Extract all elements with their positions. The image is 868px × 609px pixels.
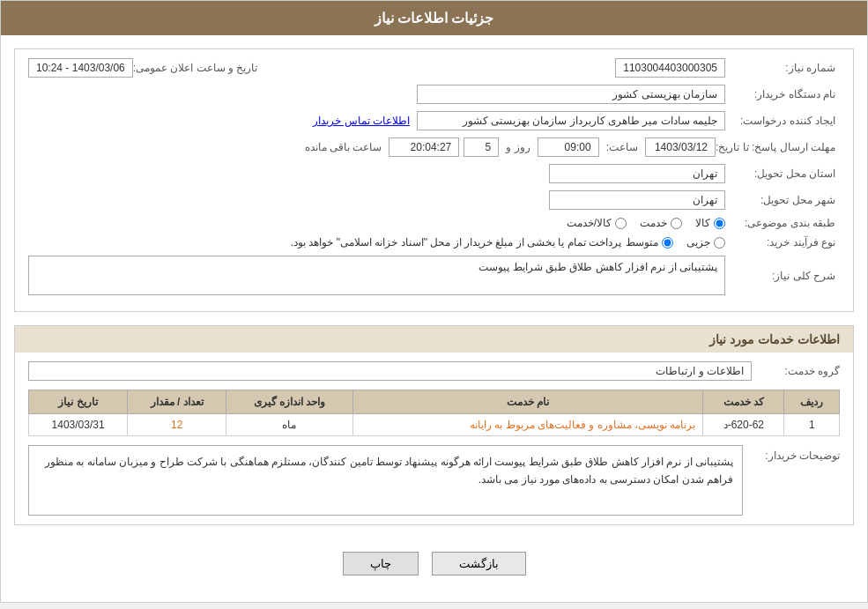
cell-unit: ماه (226, 414, 353, 436)
group-value: اطلاعات و ارتباطات (28, 361, 752, 381)
deadline-label: مهلت ارسال پاسخ: تا تاریخ: (716, 141, 840, 153)
purchase-type-radio-group: جزیی متوسط (626, 236, 725, 249)
cell-row: 1 (784, 414, 840, 436)
need-number-label: شماره نیاز: (725, 62, 840, 74)
service-content: گروه خدمت: اطلاعات و ارتباطات ردیف کد خد… (15, 353, 853, 524)
purchase-type-note: پرداخت تمام یا بخشی از مبلغ خریدار از مح… (291, 236, 621, 249)
row-city: شهر محل تحویل: تهران (28, 190, 840, 210)
announcement-date-label: تاریخ و ساعت اعلان عمومی: (133, 62, 263, 74)
services-table: ردیف کد خدمت نام خدمت واحد اندازه گیری ت… (28, 390, 840, 436)
table-header-row: ردیف کد خدمت نام خدمت واحد اندازه گیری ت… (29, 390, 840, 414)
buyer-notes-value: پشتیبانی از نرم افزار کاهش طلاق طبق شرای… (28, 445, 743, 516)
category-option-kala[interactable]: کالا (695, 217, 725, 229)
city-value: تهران (549, 190, 725, 210)
purchase-type-jozi[interactable]: جزیی (686, 236, 725, 249)
cell-count: 12 (128, 414, 226, 436)
buyer-org-value: سازمان بهزیستی کشور (417, 85, 725, 104)
category-kala-label: کالا (695, 217, 710, 229)
row-buyer-org: نام دستگاه خریدار: سازمان بهزیستی کشور (28, 85, 840, 104)
buttons-row: بازگشت چاپ (14, 538, 854, 589)
remaining-label: ساعت باقی مانده (305, 141, 382, 153)
row-province: استان محل تحویل: تهران (28, 164, 840, 183)
category-radio-group: کالا خدمت کالا/خدمت (567, 217, 725, 229)
creator-label: ایجاد کننده درخواست: (725, 115, 840, 127)
purchase-type-label: نوع فرآیند خرید: (725, 236, 840, 249)
buyer-notes-label: توضیحات خریدار: (752, 445, 840, 462)
services-header: اطلاعات خدمات مورد نیاز (15, 326, 853, 353)
province-label: استان محل تحویل: (725, 167, 840, 180)
row-deadline: مهلت ارسال پاسخ: تا تاریخ: 1403/03/12 سا… (28, 137, 840, 157)
buyer-org-label: نام دستگاه خریدار: (725, 88, 840, 100)
row-need-desc: شرح کلی نیاز: پشتیبانی از نرم افزار کاهش… (28, 256, 840, 295)
days-label: روز و (506, 141, 530, 153)
table-row: 1 620-62-د برنامه نویسی، مشاوره و فعالیت… (29, 414, 840, 436)
purchase-type-motevaset[interactable]: متوسط (626, 236, 673, 249)
print-button[interactable]: چاپ (343, 552, 419, 576)
row-category: طبقه بندی موضوعی: کالا خدمت کالا/خدمت (28, 217, 840, 229)
purchase-type-motevaset-label: متوسط (626, 236, 658, 249)
col-date: تاریخ نیاز (29, 390, 128, 414)
services-section: اطلاعات خدمات مورد نیاز گروه خدمت: اطلاع… (14, 325, 854, 525)
category-khedmat-label: خدمت (640, 217, 667, 229)
province-value: تهران (549, 164, 725, 183)
cell-name: برنامه نویسی، مشاوره و فعالیت‌های مربوط … (352, 414, 703, 436)
row-purchase-type: نوع فرآیند خرید: جزیی متوسط پرداخت تمام … (28, 236, 840, 249)
creator-link[interactable]: اطلاعات تماس خریدار (313, 115, 410, 127)
category-option-kala-khedmat[interactable]: کالا/خدمت (567, 217, 627, 229)
need-number-value: 1103004403000305 (615, 58, 725, 78)
response-days-value: 5 (464, 137, 499, 157)
creator-value: جلیمه سادات میر طاهری کاربرداز سازمان به… (417, 111, 725, 130)
city-label: شهر محل تحویل: (725, 194, 840, 206)
need-desc-label: شرح کلی نیاز: (725, 270, 840, 282)
col-count: تعداد / مقدار (128, 390, 226, 414)
announcement-date-value: 1403/03/06 - 10:24 (28, 58, 133, 78)
info-section: شماره نیاز: 1103004403000305 تاریخ و ساع… (14, 48, 854, 312)
content-area: شماره نیاز: 1103004403000305 تاریخ و ساع… (1, 35, 867, 602)
col-code: کد خدمت (703, 390, 784, 414)
buyer-row: توضیحات خریدار: پشتیبانی از نرم افزار کا… (28, 445, 840, 516)
page-header: جزئیات اطلاعات نیاز (1, 1, 867, 35)
row-creator: ایجاد کننده درخواست: جلیمه سادات میر طاه… (28, 111, 840, 130)
col-name: نام خدمت (352, 390, 703, 414)
purchase-type-jozi-label: جزیی (686, 236, 710, 249)
back-button[interactable]: بازگشت (432, 552, 526, 576)
need-desc-value: پشتیبانی از نرم افزار کاهش طلاق طبق شرای… (28, 256, 725, 295)
col-row: ردیف (784, 390, 840, 414)
page-title: جزئیات اطلاعات نیاز (375, 11, 494, 26)
cell-code: 620-62-د (703, 414, 784, 436)
deadline-date-value: 1403/03/12 (645, 137, 716, 157)
response-time-value: 09:00 (538, 137, 599, 157)
category-kala-khedmat-label: کالا/خدمت (567, 217, 612, 229)
category-label: طبقه بندی موضوعی: (725, 217, 840, 229)
group-label: گروه خدمت: (752, 365, 840, 377)
category-option-khedmat[interactable]: خدمت (640, 217, 682, 229)
page-wrapper: جزئیات اطلاعات نیاز شماره نیاز: 11030044… (0, 0, 868, 603)
group-row: گروه خدمت: اطلاعات و ارتباطات (28, 361, 840, 381)
row-need-number: شماره نیاز: 1103004403000305 تاریخ و ساع… (28, 58, 840, 78)
cell-date: 1403/03/31 (29, 414, 128, 436)
response-remaining-value: 20:04:27 (389, 137, 459, 157)
time-label: ساعت: (606, 141, 638, 153)
col-unit: واحد اندازه گیری (226, 390, 353, 414)
